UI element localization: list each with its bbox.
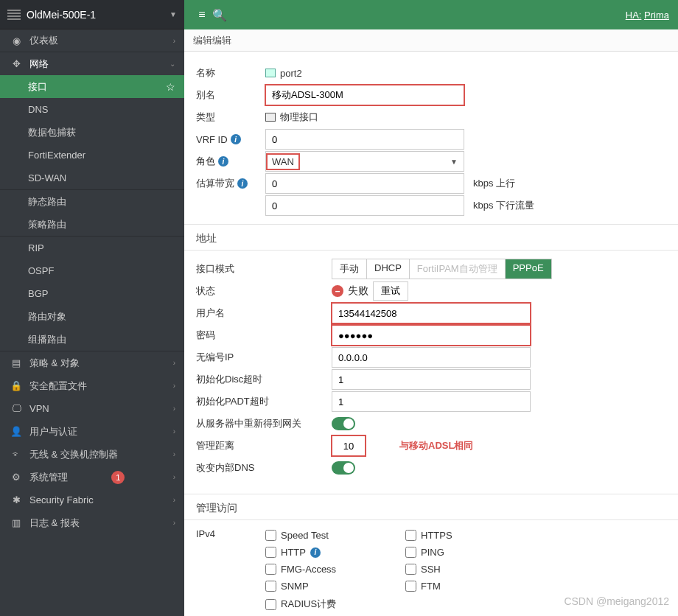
- unnumbered-input[interactable]: [332, 347, 531, 368]
- distance-input[interactable]: [332, 435, 366, 456]
- device-name: OldMei-500E-1: [27, 9, 170, 21]
- sidebar-item-sdwan[interactable]: SD-WAN: [0, 167, 184, 189]
- device-selector[interactable]: OldMei-500E-1 ▼: [0, 0, 184, 29]
- chk-https[interactable]: HTTPS: [405, 528, 545, 542]
- sidebar-item-rip[interactable]: RIP: [0, 237, 184, 259]
- chk-radius[interactable]: RADIUS计费: [265, 596, 405, 612]
- chevron-down-icon: ▼: [450, 158, 458, 166]
- fabric-icon: ✱: [9, 494, 24, 505]
- sidebar-item-secprofile[interactable]: 🔒安全配置文件›: [0, 374, 184, 397]
- sidebar-label: Security Fabric: [29, 494, 94, 505]
- chk-fmg[interactable]: FMG-Access: [265, 562, 405, 576]
- sidebar-label: SD-WAN: [28, 172, 66, 183]
- info-icon[interactable]: i: [231, 134, 241, 144]
- label-distance: 管理距离: [184, 439, 332, 452]
- mode-dhcp[interactable]: DHCP: [367, 259, 410, 279]
- sidebar-item-system[interactable]: ⚙系统管理1›: [0, 466, 184, 489]
- regw-toggle[interactable]: [332, 417, 355, 430]
- mode-manual[interactable]: 手动: [332, 259, 367, 279]
- ipv4-checks: Speed Test HTTPS HTTP i PING FMG-Access …: [265, 528, 678, 616]
- sidebar-item-wifi[interactable]: ᯤ无线 & 交换机控制器›: [0, 443, 184, 466]
- sidebar-item-log[interactable]: ▥日志 & 报表›: [0, 511, 184, 534]
- chevron-right-icon: ›: [173, 519, 175, 527]
- sidebar-item-static-route[interactable]: 静态路由: [0, 190, 184, 213]
- dns-toggle[interactable]: [332, 461, 355, 475]
- sidebar-item-userauth[interactable]: 👤用户与认证›: [0, 420, 184, 443]
- chk-http[interactable]: HTTP i: [265, 545, 405, 559]
- sidebar-item-fortiextender[interactable]: FortiExtender: [0, 144, 184, 167]
- mode-group: 手动 DHCP FortiIPAM自动管理 PPPoE: [332, 259, 552, 279]
- sidebar-label: 组播路由: [28, 333, 66, 346]
- sidebar-item-bgp[interactable]: BGP: [0, 282, 184, 305]
- breadcrumb: 编辑编辑: [184, 29, 678, 52]
- gear-icon: ⚙: [9, 472, 24, 483]
- form-content: 名称 port2 别名 类型 物理接口 VRF IDi 角色i WAN▼ 估算带…: [184, 52, 678, 616]
- sidebar-item-pcap[interactable]: 数据包捕获: [0, 121, 184, 144]
- value-type: 物理接口: [280, 111, 318, 124]
- sidebar-item-route-obj[interactable]: 路由对象: [0, 305, 184, 328]
- network-icon: ✥: [9, 58, 24, 69]
- mode-pppoe[interactable]: PPPoE: [506, 259, 551, 279]
- sidebar-item-dashboard[interactable]: ◉ 仪表板 ›: [0, 29, 184, 52]
- menu-button[interactable]: ≡: [193, 8, 211, 21]
- sidebar-label: OSPF: [28, 265, 54, 276]
- role-select[interactable]: WAN▼: [265, 151, 464, 172]
- chk-speedtest[interactable]: Speed Test: [265, 528, 405, 542]
- annotation: 与移动ADSL相同: [399, 439, 473, 452]
- sidebar-label: 仪表板: [29, 34, 58, 47]
- sidebar-label: VPN: [29, 403, 49, 414]
- label-status: 状态: [184, 284, 332, 298]
- sidebar-item-ospf[interactable]: OSPF: [0, 259, 184, 282]
- sidebar-item-policy[interactable]: ▤策略 & 对象›: [0, 351, 184, 374]
- sidebar-item-network[interactable]: ✥ 网络 ⌄: [0, 52, 184, 75]
- bw-down-input[interactable]: [265, 195, 464, 216]
- sidebar-item-vpn[interactable]: 🖵VPN›: [0, 397, 184, 420]
- search-button[interactable]: 🔍: [211, 8, 228, 22]
- sidebar-item-policy-route[interactable]: 策略路由: [0, 213, 184, 236]
- sidebar-item-dns[interactable]: DNS: [0, 98, 184, 121]
- port-icon: [265, 69, 276, 77]
- info-icon[interactable]: i: [310, 547, 321, 558]
- chevron-right-icon: ›: [173, 496, 175, 504]
- chevron-down-icon: ▼: [170, 10, 177, 18]
- padt-timeout-input[interactable]: [332, 391, 531, 412]
- sidebar-label: 路由对象: [28, 310, 66, 323]
- ha-status[interactable]: HA: Prima: [626, 10, 669, 21]
- bw-up-input[interactable]: [265, 173, 464, 194]
- retry-button[interactable]: 重试: [373, 281, 408, 301]
- sidebar-label: 用户与认证: [29, 425, 77, 438]
- label-password: 密码: [184, 329, 332, 342]
- chart-icon: ▥: [9, 517, 24, 528]
- alias-input[interactable]: [265, 85, 464, 105]
- vrfid-input[interactable]: [265, 129, 464, 150]
- user-icon: 👤: [9, 426, 24, 437]
- fail-icon: –: [332, 285, 343, 297]
- sidebar-item-multicast[interactable]: 组播路由: [0, 328, 184, 351]
- info-icon[interactable]: i: [237, 178, 248, 189]
- chk-ssh[interactable]: SSH: [405, 562, 545, 576]
- mode-fortiipam: FortiIPAM自动管理: [410, 259, 506, 279]
- sidebar-label: 策略路由: [28, 218, 66, 231]
- sidebar-item-interfaces[interactable]: 接口☆: [0, 75, 184, 98]
- chevron-right-icon: ›: [173, 405, 175, 413]
- sidebar-label: 静态路由: [28, 195, 66, 209]
- info-icon[interactable]: i: [218, 156, 228, 167]
- chk-ping[interactable]: PING: [405, 545, 545, 559]
- value-name: port2: [280, 68, 302, 79]
- policy-icon: ▤: [9, 357, 24, 368]
- password-input[interactable]: [332, 325, 531, 346]
- section-address: 地址: [184, 224, 678, 251]
- unit-label: kbps 下行流量: [473, 199, 534, 212]
- notification-badge: 1: [111, 471, 125, 484]
- disc-timeout-input[interactable]: [332, 369, 531, 390]
- username-input[interactable]: [332, 303, 531, 323]
- label-bandwidth: 估算带宽i: [184, 177, 265, 190]
- sidebar-item-secfabric[interactable]: ✱Security Fabric›: [0, 489, 184, 511]
- label-ipv4: IPv4: [184, 528, 265, 539]
- label-mode: 接口模式: [184, 262, 332, 276]
- label-padt-timeout: 初始化PADT超时: [184, 395, 332, 408]
- chevron-right-icon: ›: [173, 382, 175, 390]
- chk-snmp[interactable]: SNMP: [265, 579, 405, 593]
- status-text: 失败: [348, 284, 368, 298]
- chk-ftm[interactable]: FTM: [405, 579, 545, 593]
